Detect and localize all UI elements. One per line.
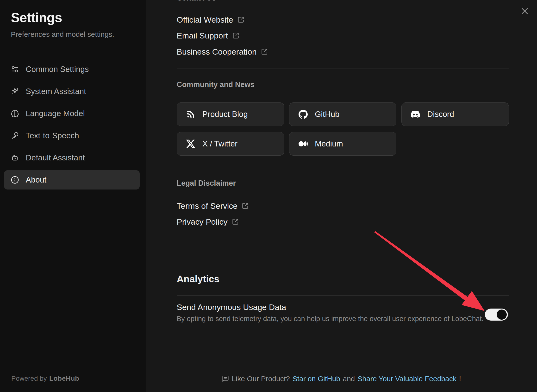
sidebar-item-label: Default Assistant: [26, 153, 85, 162]
powered-by: Powered byLobeHub: [11, 375, 79, 382]
sidebar-item-label: About: [26, 175, 46, 184]
external-link-icon: [232, 32, 239, 39]
powered-by-text: Powered by: [11, 375, 47, 382]
community-news-title: Community and News: [177, 80, 255, 89]
send-usage-data-description: By opting to send telemetry data, you ca…: [177, 315, 484, 323]
link-label: Business Cooperation: [177, 47, 257, 57]
star-on-github-link[interactable]: Star on GitHub: [293, 375, 340, 383]
privacy-policy-link[interactable]: Privacy Policy: [177, 216, 239, 227]
email-support-link[interactable]: Email Support: [177, 30, 239, 41]
brain-icon: [11, 109, 19, 118]
sidebar-item-default-assistant[interactable]: Default Assistant: [4, 148, 140, 167]
sidebar-nav: Common Settings System Assistant Languag…: [4, 60, 140, 190]
send-usage-data-toggle[interactable]: [485, 309, 508, 321]
button-label: GitHub: [315, 110, 340, 119]
contact-us-title: Contact Us: [177, 0, 216, 2]
footer-text: and: [343, 375, 355, 383]
x-twitter-button[interactable]: X / Twitter: [177, 132, 284, 156]
legal-disclaimer-title: Legal Disclaimer: [177, 179, 236, 188]
bot-icon: [11, 154, 19, 162]
annotation-arrow: [146, 0, 537, 392]
external-link-icon: [237, 16, 244, 23]
rss-icon: [186, 110, 195, 119]
sidebar-item-label: Text-to-Speech: [26, 131, 79, 140]
divider: [177, 295, 509, 296]
business-cooperation-link[interactable]: Business Cooperation: [177, 46, 268, 57]
external-link-icon: [242, 202, 249, 209]
close-icon: [520, 7, 529, 15]
button-label: Product Blog: [202, 110, 248, 119]
sliders-icon: [11, 65, 19, 73]
discord-icon: [411, 110, 420, 119]
external-link-icon: [232, 218, 239, 225]
share-feedback-link[interactable]: Share Your Valuable Feedback: [357, 375, 456, 383]
sidebar-item-label: Language Model: [26, 109, 85, 118]
close-button[interactable]: [519, 5, 531, 17]
link-label: Official Website: [177, 15, 233, 25]
link-label: Email Support: [177, 31, 228, 40]
button-label: Medium: [315, 139, 343, 148]
info-icon: [11, 176, 19, 184]
button-label: Discord: [427, 110, 454, 119]
link-label: Privacy Policy: [177, 217, 228, 227]
sidebar-item-about[interactable]: About: [4, 170, 140, 190]
page-title: Settings: [11, 10, 62, 25]
page-subtitle: Preferences and model settings.: [11, 30, 114, 38]
discord-button[interactable]: Discord: [401, 102, 509, 126]
mic-icon: [11, 132, 19, 140]
medium-icon: [299, 139, 308, 148]
github-button[interactable]: GitHub: [289, 102, 397, 126]
divider: [177, 69, 509, 69]
sidebar-item-label: System Assistant: [26, 87, 86, 96]
sidebar-item-system-assistant[interactable]: System Assistant: [4, 82, 140, 101]
lobehub-brand: LobeHub: [49, 375, 79, 382]
community-buttons: Product Blog GitHub Discord X / Twitter: [177, 102, 509, 156]
settings-sidebar: Settings Preferences and model settings.…: [0, 0, 146, 392]
medium-button[interactable]: Medium: [289, 132, 397, 156]
x-icon: [186, 139, 195, 148]
github-icon: [299, 110, 308, 119]
product-blog-button[interactable]: Product Blog: [177, 102, 284, 126]
sparkles-icon: [11, 87, 19, 95]
toggle-knob: [497, 310, 507, 320]
message-square-heart-icon: [222, 375, 229, 382]
sidebar-item-common-settings[interactable]: Common Settings: [4, 60, 140, 79]
button-label: X / Twitter: [202, 139, 237, 148]
sidebar-item-language-model[interactable]: Language Model: [4, 104, 140, 123]
sidebar-item-text-to-speech[interactable]: Text-to-Speech: [4, 126, 140, 145]
footer-text: Like Our Product?: [232, 375, 290, 383]
link-label: Terms of Service: [177, 201, 237, 211]
terms-of-service-link[interactable]: Terms of Service: [177, 201, 249, 211]
product-footer: Like Our Product? Star on GitHub and Sha…: [146, 375, 537, 383]
send-usage-data-label: Send Anonymous Usage Data: [177, 303, 286, 312]
external-link-icon: [261, 48, 268, 55]
about-panel: Contact Us Official Website Email Suppor…: [146, 0, 537, 392]
sidebar-item-label: Common Settings: [26, 65, 89, 74]
footer-text: !: [459, 375, 461, 383]
analytics-title: Analytics: [177, 274, 219, 285]
divider: [177, 167, 509, 167]
settings-modal: Settings Preferences and model settings.…: [0, 0, 537, 392]
official-website-link[interactable]: Official Website: [177, 14, 244, 25]
